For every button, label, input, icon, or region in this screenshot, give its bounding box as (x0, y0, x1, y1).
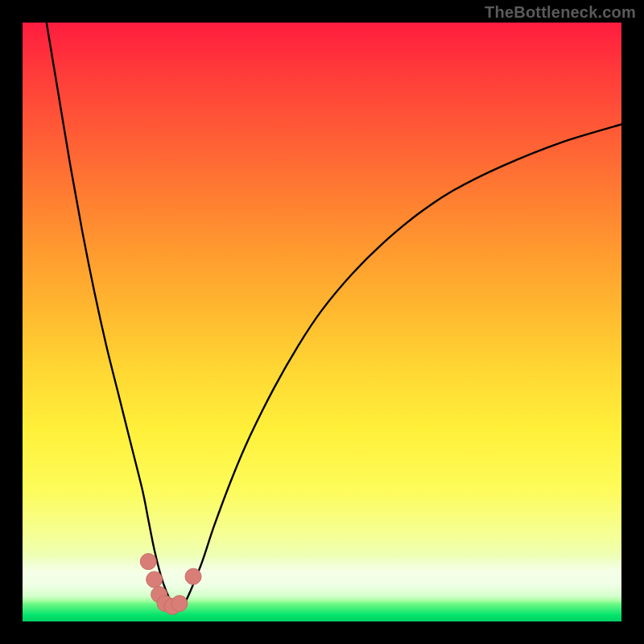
bottleneck-curve (47, 23, 621, 609)
plot-area (23, 23, 621, 621)
curve-marker (140, 554, 156, 570)
curve-markers (140, 554, 201, 615)
curve-layer (23, 23, 621, 621)
curve-marker (185, 568, 201, 584)
watermark-text: TheBottleneck.com (485, 3, 636, 22)
curve-marker (147, 572, 163, 588)
image-frame: TheBottleneck.com (0, 0, 644, 644)
curve-marker (171, 596, 188, 612)
